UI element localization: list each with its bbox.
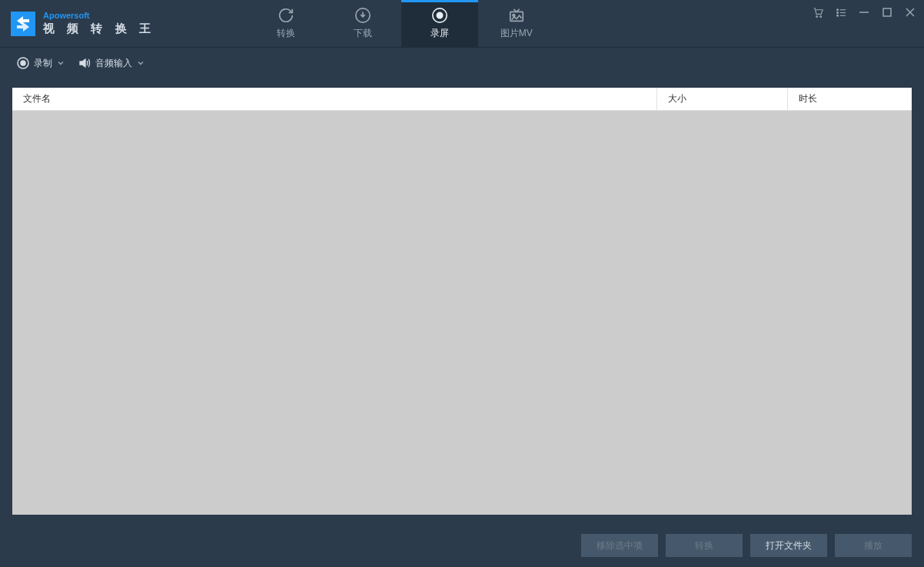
record-dot-icon — [17, 57, 29, 69]
record-dropdown[interactable]: 录制 — [17, 57, 65, 70]
column-header-duration[interactable]: 时长 — [787, 88, 912, 110]
chevron-down-icon — [57, 59, 65, 67]
tab-convert[interactable]: 转换 — [248, 0, 324, 47]
audio-input-dropdown[interactable]: 音频输入 — [78, 57, 145, 70]
table-body — [12, 111, 912, 515]
file-table: 文件名 大小 时长 — [12, 88, 912, 515]
refresh-icon — [278, 7, 294, 24]
convert-button[interactable]: 转换 — [666, 534, 743, 557]
table-header: 文件名 大小 时长 — [12, 88, 912, 111]
record-label: 录制 — [34, 57, 52, 70]
title-bar: Apowersoft 视 频 转 换 王 转换 — [0, 0, 924, 48]
svg-rect-14 — [883, 8, 891, 16]
menu-list-icon[interactable] — [835, 6, 847, 18]
remove-selected-button[interactable]: 移除选中项 — [581, 534, 658, 557]
logo-text: Apowersoft 视 频 转 换 王 — [43, 11, 155, 36]
download-icon — [354, 7, 371, 24]
maximize-button[interactable] — [881, 6, 893, 18]
toolbar: 录制 音频输入 — [0, 48, 924, 78]
tab-image-mv[interactable]: 图片MV — [478, 0, 555, 47]
svg-point-5 — [816, 15, 817, 17]
tab-label: 转换 — [277, 27, 295, 40]
tab-record[interactable]: 录屏 — [401, 0, 478, 47]
app-window: Apowersoft 视 频 转 换 王 转换 — [0, 0, 924, 567]
content-area: 文件名 大小 时长 — [0, 78, 924, 524]
svg-point-9 — [836, 15, 838, 16]
play-button[interactable]: 播放 — [835, 534, 912, 557]
app-title: 视 频 转 换 王 — [43, 22, 155, 36]
close-button[interactable] — [904, 6, 916, 18]
open-folder-button[interactable]: 打开文件夹 — [750, 534, 827, 557]
svg-point-7 — [836, 8, 838, 10]
record-icon — [431, 7, 448, 24]
chevron-down-icon — [137, 59, 145, 67]
image-tv-icon — [508, 7, 525, 24]
brand-name: Apowersoft — [43, 11, 155, 22]
cart-icon[interactable] — [812, 6, 824, 18]
tab-label: 图片MV — [500, 27, 533, 40]
app-logo-icon — [11, 12, 35, 36]
svg-point-8 — [836, 12, 838, 13]
main-tabs: 转换 下载 录屏 — [248, 0, 555, 47]
tab-label: 下载 — [354, 27, 372, 40]
column-header-filename[interactable]: 文件名 — [12, 88, 656, 110]
tab-label: 录屏 — [430, 27, 449, 40]
audio-input-label: 音频输入 — [95, 57, 132, 70]
speaker-icon — [78, 57, 91, 69]
window-controls — [812, 6, 916, 18]
svg-point-2 — [437, 12, 442, 18]
svg-point-18 — [21, 61, 25, 65]
svg-point-6 — [819, 15, 821, 17]
logo-section: Apowersoft 视 频 转 换 王 — [8, 11, 155, 36]
tab-download[interactable]: 下载 — [324, 0, 401, 47]
column-header-size[interactable]: 大小 — [656, 88, 787, 110]
footer: 移除选中项 转换 打开文件夹 播放 — [0, 524, 924, 567]
minimize-button[interactable] — [858, 6, 870, 18]
